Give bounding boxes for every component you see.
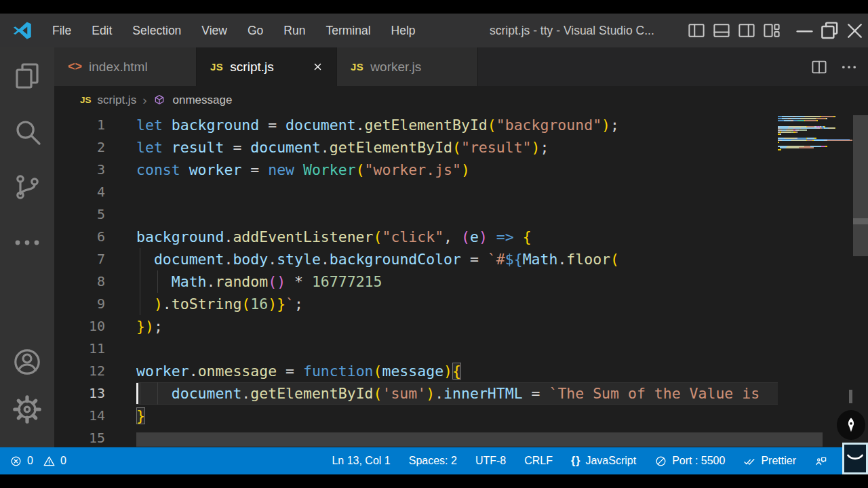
activity-accounts[interactable] [11, 346, 43, 378]
breadcrumb-symbol[interactable]: onmessage [172, 94, 232, 107]
minimap-line [778, 116, 835, 117]
line-number[interactable]: 9 [54, 293, 136, 315]
toggle-secondary-sidebar-icon[interactable] [736, 20, 757, 41]
activity-more-views[interactable] [11, 226, 43, 259]
code-line-7[interactable]: 7 document.body.style.backgroundColor = … [54, 248, 868, 270]
line-number[interactable]: 12 [54, 360, 136, 382]
vertical-scrollbar-slider[interactable] [853, 115, 868, 256]
status-label: 0 [60, 455, 66, 467]
code-text: document.body.style.backgroundColor = `#… [136, 248, 778, 270]
status-eol[interactable]: CRLF [524, 455, 553, 467]
restore [817, 18, 842, 43]
vscode-window: FileEditSelectionViewGoRunTerminalHelp s… [0, 14, 868, 474]
warning-icon [43, 455, 56, 468]
split-editor-icon [810, 58, 829, 77]
code-line-13[interactable]: 13 document.getElementById('sum').innerH… [54, 382, 868, 405]
menu-terminal[interactable]: Terminal [315, 24, 380, 38]
toggle-primary-sidebar-icon[interactable] [686, 20, 707, 41]
code-line-4[interactable]: 4 [54, 181, 868, 203]
tab-worker-js[interactable]: JSworker.js [337, 47, 478, 86]
code-line-8[interactable]: 8 Math.random() * 16777215 [54, 270, 868, 293]
close-button[interactable] [842, 20, 867, 41]
code-text: }); [136, 315, 778, 338]
menu-go[interactable]: Go [237, 24, 273, 38]
line-number[interactable]: 4 [54, 181, 136, 203]
minimize-button[interactable] [792, 20, 817, 41]
editor-actions [810, 47, 859, 86]
activity-search[interactable] [11, 115, 43, 148]
toggle-secondary-sidebar [736, 20, 757, 41]
more-actions-icon[interactable] [840, 58, 859, 77]
line-number[interactable]: 8 [54, 270, 136, 293]
scrollbar-band [853, 218, 868, 224]
minimap-line [778, 142, 779, 143]
menu-run[interactable]: Run [273, 24, 315, 38]
line-number[interactable]: 7 [54, 248, 136, 270]
line-number[interactable]: 6 [54, 226, 136, 248]
customize-layout-icon[interactable] [762, 20, 782, 41]
status-problems-warnings[interactable]: 0 [43, 455, 66, 468]
tab-index-html[interactable]: <>index.html [54, 47, 197, 86]
status-indentation[interactable]: Spaces: 2 [409, 455, 457, 467]
vscode-logo-icon [12, 20, 33, 41]
line-number[interactable]: 15 [54, 427, 136, 447]
code-line-10[interactable]: 10}); [54, 315, 868, 338]
code-line-6[interactable]: 6background.addEventListener("click", (e… [54, 226, 868, 248]
code-line-9[interactable]: 9 ).toString(16)}`; [54, 293, 868, 315]
minimap-line [778, 118, 827, 119]
indent-guide [140, 270, 140, 293]
source-control-icon [11, 171, 43, 203]
line-number[interactable]: 10 [54, 315, 136, 338]
code-line-12[interactable]: 12worker.onmessage = function(message){ [54, 360, 868, 382]
line-number[interactable]: 2 [54, 136, 136, 159]
code-line-5[interactable]: 5 [54, 203, 868, 226]
line-number[interactable]: 14 [54, 405, 136, 427]
menu-view[interactable]: View [191, 24, 237, 38]
minimap-line [778, 127, 835, 129]
split-editor-icon[interactable] [810, 58, 829, 77]
code-text: background.addEventListener("click", (e)… [136, 226, 778, 248]
code-line-3[interactable]: 3const worker = new Worker("worker.js") [54, 159, 868, 181]
breadcrumb-file[interactable]: script.js [98, 94, 137, 107]
close-tab-icon[interactable] [309, 59, 326, 75]
restore-button[interactable] [817, 20, 842, 41]
menu-help[interactable]: Help [381, 24, 426, 38]
double-check-icon [743, 455, 756, 468]
tab-script-js[interactable]: JSscript.js [197, 47, 337, 86]
status-feedback[interactable] [814, 455, 827, 468]
tab-bar: <>index.htmlJSscript.jsJSworker.js [54, 47, 868, 86]
activity-source-control[interactable] [11, 171, 43, 203]
status-language-mode[interactable]: {}JavaScript [571, 455, 636, 467]
minimap[interactable] [778, 114, 850, 447]
menu-edit[interactable]: Edit [81, 24, 122, 38]
code-line-2[interactable]: 2let result = document.getElementById("r… [54, 136, 868, 159]
activity-settings[interactable] [11, 393, 43, 426]
indent-guide [140, 248, 140, 270]
braces-icon: {} [571, 455, 580, 467]
menu-selection[interactable]: Selection [122, 24, 191, 38]
toggle-panel-icon[interactable] [711, 20, 732, 41]
code-line-14[interactable]: 14} [54, 405, 868, 427]
vertical-scrollbar[interactable] [853, 114, 868, 447]
activity-explorer[interactable] [11, 60, 43, 92]
indent-guide [157, 382, 158, 405]
line-number[interactable]: 11 [54, 338, 136, 360]
status-live-server-port[interactable]: Port : 5500 [654, 455, 725, 468]
line-number[interactable]: 1 [54, 114, 136, 136]
status-cursor-position[interactable]: Ln 13, Col 1 [332, 455, 390, 467]
status-prettier[interactable]: Prettier [743, 455, 796, 468]
status-problems-errors[interactable]: 0 [9, 455, 33, 468]
line-number[interactable]: 5 [54, 203, 136, 226]
code-editor[interactable]: 1let background = document.getElementByI… [54, 114, 868, 447]
line-number[interactable]: 13 [54, 382, 136, 405]
horizontal-scrollbar[interactable] [136, 432, 823, 447]
ellipsis-icon [11, 226, 43, 259]
circle-slash-icon [654, 455, 667, 468]
line-number[interactable]: 3 [54, 159, 136, 181]
title-bar: FileEditSelectionViewGoRunTerminalHelp s… [0, 14, 868, 47]
code-line-11[interactable]: 11 [54, 338, 868, 360]
code-line-1[interactable]: 1let background = document.getElementByI… [54, 114, 868, 136]
layout-controls [686, 20, 782, 41]
menu-file[interactable]: File [42, 24, 81, 38]
status-encoding[interactable]: UTF-8 [475, 455, 506, 467]
